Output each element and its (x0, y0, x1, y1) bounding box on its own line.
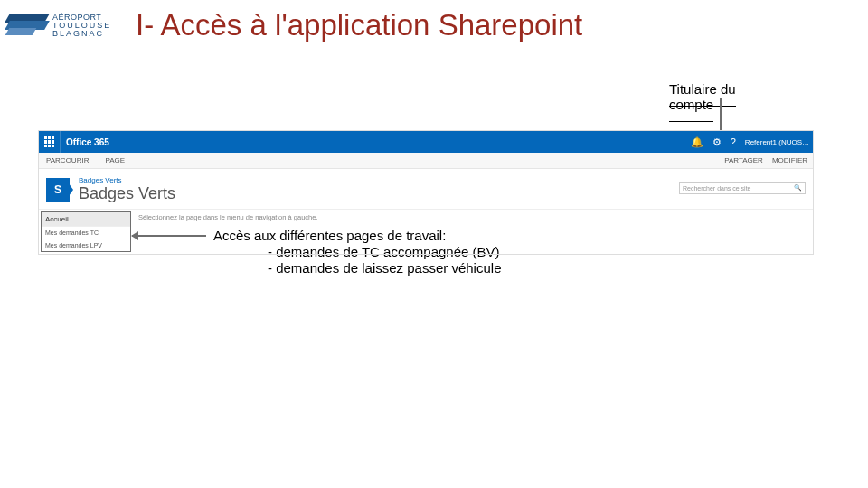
nav-item-tc[interactable]: Mes demandes TC (42, 226, 130, 239)
logo-mark-icon (7, 10, 47, 41)
slide-header: AÉROPORT TOULOUSE BLAGNAC I- Accès à l'a… (7, 5, 582, 45)
content-area: Accueil Mes demandes TC Mes demandes LPV… (39, 210, 813, 254)
account-user-label[interactable]: Referent1 (NUOS… (745, 138, 809, 146)
ribbon-tabs: PARCOURIR PAGE PARTAGER MODIFIER (39, 153, 813, 169)
callout-account-text: Titulaire du compte (669, 81, 736, 122)
main-hint-text: Sélectionnez la page dans le menu de nav… (138, 213, 317, 221)
site-header: S Badges Verts Badges Verts Rechercher d… (39, 169, 813, 210)
app-launcher-button[interactable] (39, 131, 61, 153)
callout-account-holder: Titulaire du compte (669, 81, 769, 114)
airport-logo: AÉROPORT TOULOUSE BLAGNAC (7, 5, 125, 45)
waffle-icon (44, 136, 55, 147)
left-navigation: Accueil Mes demandes TC Mes demandes LPV (41, 211, 131, 252)
help-icon[interactable]: ? (731, 136, 736, 147)
sharepoint-screenshot: Office 365 🔔 ⚙ ? Referent1 (NUOS… PARCOU… (38, 130, 814, 255)
edit-button[interactable]: MODIFIER (772, 156, 807, 164)
callout-pages-lpv: - demandes de laissez passer véhicule (268, 260, 521, 277)
tab-page[interactable]: PAGE (105, 156, 125, 164)
search-placeholder: Rechercher dans ce site (683, 185, 750, 192)
slide-title: I- Accès à l'application Sharepoint (136, 8, 582, 42)
nav-item-lpv[interactable]: Mes demandes LPV (42, 239, 130, 251)
logo-text: AÉROPORT TOULOUSE BLAGNAC (52, 14, 111, 38)
sharepoint-tile-icon[interactable]: S (46, 178, 70, 202)
nav-home[interactable]: Accueil (42, 212, 130, 226)
share-button[interactable]: PARTAGER (724, 156, 763, 164)
site-title: Badges Verts (79, 184, 175, 203)
search-input[interactable]: Rechercher dans ce site 🔍 (679, 182, 806, 194)
notifications-icon[interactable]: 🔔 (691, 136, 703, 148)
o365-suite-bar: Office 365 🔔 ⚙ ? Referent1 (NUOS… (39, 131, 813, 153)
search-icon: 🔍 (794, 184, 802, 192)
o365-brand-label: Office 365 (66, 137, 109, 147)
site-breadcrumb[interactable]: Badges Verts (79, 176, 175, 184)
tab-browse[interactable]: PARCOURIR (46, 156, 89, 164)
logo-line-3: BLAGNAC (52, 30, 111, 38)
main-content: Sélectionnez la page dans le menu de nav… (131, 210, 813, 254)
settings-icon[interactable]: ⚙ (712, 136, 722, 148)
